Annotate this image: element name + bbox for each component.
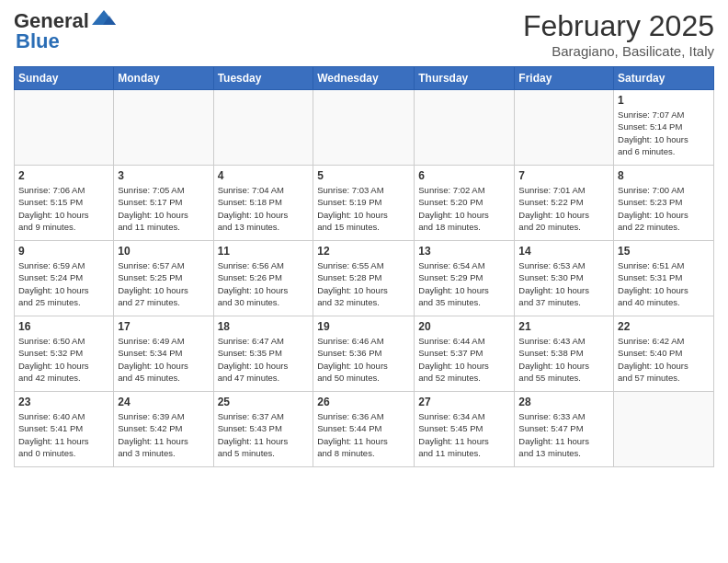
calendar-week-row: 9Sunrise: 6:59 AM Sunset: 5:24 PM Daylig… — [15, 241, 714, 316]
calendar-cell: 22Sunrise: 6:42 AM Sunset: 5:40 PM Dayli… — [614, 316, 714, 392]
day-number: 20 — [418, 320, 510, 333]
calendar-cell: 20Sunrise: 6:44 AM Sunset: 5:37 PM Dayli… — [415, 316, 515, 392]
day-number: 2 — [18, 169, 109, 182]
header: General Blue February 2025 Baragiano, Ba… — [14, 9, 714, 59]
day-number: 11 — [218, 245, 310, 258]
day-number: 26 — [317, 396, 410, 408]
calendar-cell: 18Sunrise: 6:47 AM Sunset: 5:35 PM Dayli… — [213, 316, 313, 392]
calendar-cell: 7Sunrise: 7:01 AM Sunset: 5:22 PM Daylig… — [515, 166, 614, 241]
day-number: 14 — [518, 245, 609, 258]
calendar-week-row: 2Sunrise: 7:06 AM Sunset: 5:15 PM Daylig… — [15, 166, 714, 241]
calendar-cell: 23Sunrise: 6:40 AM Sunset: 5:41 PM Dayli… — [15, 392, 114, 467]
day-number: 12 — [317, 245, 410, 258]
day-number: 16 — [18, 320, 109, 333]
calendar-cell: 16Sunrise: 6:50 AM Sunset: 5:32 PM Dayli… — [15, 316, 114, 392]
header-friday: Friday — [515, 67, 614, 90]
day-number: 8 — [618, 169, 710, 182]
day-number: 5 — [317, 169, 410, 182]
logo-blue-text: Blue — [16, 29, 60, 53]
day-number: 28 — [518, 396, 609, 408]
day-number: 27 — [418, 396, 510, 408]
day-number: 13 — [418, 245, 510, 258]
calendar-cell — [213, 90, 313, 166]
day-info: Sunrise: 6:49 AM Sunset: 5:34 PM Dayligh… — [118, 335, 209, 384]
day-info: Sunrise: 7:01 AM Sunset: 5:22 PM Dayligh… — [518, 184, 609, 233]
logo: General Blue — [14, 9, 116, 53]
day-info: Sunrise: 6:44 AM Sunset: 5:37 PM Dayligh… — [418, 335, 510, 384]
calendar-cell: 2Sunrise: 7:06 AM Sunset: 5:15 PM Daylig… — [15, 166, 114, 241]
day-info: Sunrise: 6:50 AM Sunset: 5:32 PM Dayligh… — [18, 335, 109, 384]
header-monday: Monday — [114, 67, 213, 90]
calendar-cell: 12Sunrise: 6:55 AM Sunset: 5:28 PM Dayli… — [313, 241, 415, 316]
calendar-table: Sunday Monday Tuesday Wednesday Thursday… — [14, 66, 714, 467]
day-info: Sunrise: 7:03 AM Sunset: 5:19 PM Dayligh… — [317, 184, 410, 233]
day-number: 9 — [18, 245, 109, 258]
calendar-cell: 4Sunrise: 7:04 AM Sunset: 5:18 PM Daylig… — [213, 166, 313, 241]
day-info: Sunrise: 7:00 AM Sunset: 5:23 PM Dayligh… — [618, 184, 710, 233]
calendar-cell: 14Sunrise: 6:53 AM Sunset: 5:30 PM Dayli… — [515, 241, 614, 316]
day-number: 3 — [118, 169, 209, 182]
day-info: Sunrise: 6:57 AM Sunset: 5:25 PM Dayligh… — [118, 259, 209, 308]
calendar-cell: 11Sunrise: 6:56 AM Sunset: 5:26 PM Dayli… — [213, 241, 313, 316]
calendar-cell: 28Sunrise: 6:33 AM Sunset: 5:47 PM Dayli… — [515, 392, 614, 467]
calendar-cell: 10Sunrise: 6:57 AM Sunset: 5:25 PM Dayli… — [114, 241, 213, 316]
calendar-week-row: 16Sunrise: 6:50 AM Sunset: 5:32 PM Dayli… — [15, 316, 714, 392]
calendar-cell — [515, 90, 614, 166]
day-number: 23 — [18, 396, 109, 408]
calendar-cell: 27Sunrise: 6:34 AM Sunset: 5:45 PM Dayli… — [415, 392, 515, 467]
day-number: 1 — [618, 94, 710, 107]
day-number: 6 — [418, 169, 510, 182]
calendar-cell: 13Sunrise: 6:54 AM Sunset: 5:29 PM Dayli… — [415, 241, 515, 316]
day-info: Sunrise: 6:51 AM Sunset: 5:31 PM Dayligh… — [618, 259, 710, 308]
header-saturday: Saturday — [614, 67, 714, 90]
day-info: Sunrise: 7:02 AM Sunset: 5:20 PM Dayligh… — [418, 184, 510, 233]
header-sunday: Sunday — [15, 67, 114, 90]
calendar-header-row: Sunday Monday Tuesday Wednesday Thursday… — [15, 67, 714, 90]
calendar-cell: 3Sunrise: 7:05 AM Sunset: 5:17 PM Daylig… — [114, 166, 213, 241]
day-number: 19 — [317, 320, 410, 333]
day-info: Sunrise: 6:53 AM Sunset: 5:30 PM Dayligh… — [518, 259, 609, 308]
calendar-cell: 24Sunrise: 6:39 AM Sunset: 5:42 PM Dayli… — [114, 392, 213, 467]
day-number: 22 — [618, 320, 710, 333]
day-info: Sunrise: 6:43 AM Sunset: 5:38 PM Dayligh… — [518, 335, 609, 384]
day-number: 7 — [518, 169, 609, 182]
header-thursday: Thursday — [415, 67, 515, 90]
calendar-cell: 1Sunrise: 7:07 AM Sunset: 5:14 PM Daylig… — [614, 90, 714, 166]
day-info: Sunrise: 6:46 AM Sunset: 5:36 PM Dayligh… — [317, 335, 410, 384]
calendar-cell — [114, 90, 213, 166]
calendar-cell: 19Sunrise: 6:46 AM Sunset: 5:36 PM Dayli… — [313, 316, 415, 392]
day-number: 24 — [118, 396, 209, 408]
day-info: Sunrise: 6:42 AM Sunset: 5:40 PM Dayligh… — [618, 335, 710, 384]
calendar-cell: 21Sunrise: 6:43 AM Sunset: 5:38 PM Dayli… — [515, 316, 614, 392]
day-number: 25 — [218, 396, 310, 408]
calendar-cell: 15Sunrise: 6:51 AM Sunset: 5:31 PM Dayli… — [614, 241, 714, 316]
day-number: 17 — [118, 320, 209, 333]
day-info: Sunrise: 6:40 AM Sunset: 5:41 PM Dayligh… — [18, 410, 109, 459]
calendar-cell: 26Sunrise: 6:36 AM Sunset: 5:44 PM Dayli… — [313, 392, 415, 467]
calendar-cell: 5Sunrise: 7:03 AM Sunset: 5:19 PM Daylig… — [313, 166, 415, 241]
day-info: Sunrise: 6:47 AM Sunset: 5:35 PM Dayligh… — [218, 335, 310, 384]
calendar-cell — [313, 90, 415, 166]
day-info: Sunrise: 6:36 AM Sunset: 5:44 PM Dayligh… — [317, 410, 410, 459]
calendar-cell: 8Sunrise: 7:00 AM Sunset: 5:23 PM Daylig… — [614, 166, 714, 241]
day-info: Sunrise: 6:59 AM Sunset: 5:24 PM Dayligh… — [18, 259, 109, 308]
calendar-cell: 6Sunrise: 7:02 AM Sunset: 5:20 PM Daylig… — [415, 166, 515, 241]
day-number: 4 — [218, 169, 310, 182]
day-info: Sunrise: 7:04 AM Sunset: 5:18 PM Dayligh… — [218, 184, 310, 233]
header-tuesday: Tuesday — [213, 67, 313, 90]
day-info: Sunrise: 7:07 AM Sunset: 5:14 PM Dayligh… — [618, 109, 710, 157]
calendar-week-row: 1Sunrise: 7:07 AM Sunset: 5:14 PM Daylig… — [15, 90, 714, 166]
day-info: Sunrise: 6:39 AM Sunset: 5:42 PM Dayligh… — [118, 410, 209, 459]
calendar-cell — [614, 392, 714, 467]
day-info: Sunrise: 6:54 AM Sunset: 5:29 PM Dayligh… — [418, 259, 510, 308]
calendar-cell — [415, 90, 515, 166]
header-wednesday: Wednesday — [313, 67, 415, 90]
title-area: February 2025 Baragiano, Basilicate, Ita… — [523, 9, 714, 59]
day-number: 15 — [618, 245, 710, 258]
calendar-cell: 25Sunrise: 6:37 AM Sunset: 5:43 PM Dayli… — [213, 392, 313, 467]
month-title: February 2025 — [523, 9, 714, 43]
day-number: 18 — [218, 320, 310, 333]
day-number: 10 — [118, 245, 209, 258]
page-container: General Blue February 2025 Baragiano, Ba… — [0, 0, 728, 477]
day-info: Sunrise: 6:56 AM Sunset: 5:26 PM Dayligh… — [218, 259, 310, 308]
